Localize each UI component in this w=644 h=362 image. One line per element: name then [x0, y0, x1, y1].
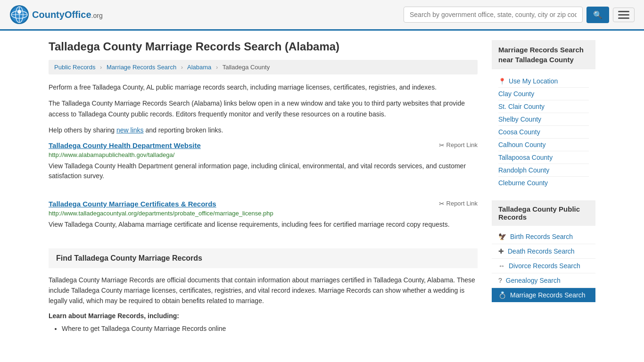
coosa-county-link[interactable]: Coosa County: [498, 128, 540, 136]
report-link-2[interactable]: ✂ Report Link: [439, 200, 478, 207]
learn-title: Learn about Marriage Records, including:: [49, 312, 478, 320]
sidebar-item-cleburne-county[interactable]: Cleburne County: [498, 177, 589, 189]
sidebar-item-coosa-county[interactable]: Coosa County: [498, 126, 589, 139]
bullet-list: Where to get Talladega County Marriage R…: [62, 323, 478, 335]
pr-genealogy-search[interactable]: ? Genealogy Search: [492, 273, 595, 288]
sidebar-item-clay-county[interactable]: Clay County: [498, 88, 589, 100]
death-records-link[interactable]: Death Records Search: [508, 247, 575, 255]
description-2: The Talladega County Marriage Records Se…: [49, 98, 478, 119]
breadcrumb-sep-1: ›: [100, 64, 102, 71]
search-input[interactable]: [404, 7, 583, 23]
pr-marriage-records[interactable]: 💍 Marriage Records Search: [492, 288, 595, 302]
breadcrumb-sep-2: ›: [181, 64, 183, 71]
sidebar-item-st-clair-county[interactable]: St. Clair County: [498, 100, 589, 113]
sidebar-item-tallapoosa-county[interactable]: Tallapoosa County: [498, 151, 589, 164]
cleburne-county-link[interactable]: Cleburne County: [498, 179, 548, 187]
content-area: Talladega County Marriage Records Search…: [49, 40, 478, 335]
record-url-1: http://www.alabamapublichealth.gov/talla…: [49, 151, 478, 158]
report-link-label-2: Report Link: [446, 200, 478, 207]
divorce-icon: ↔: [498, 262, 505, 270]
shelby-county-link[interactable]: Shelby County: [498, 115, 541, 123]
logo-area: CountyOffice.org: [9, 5, 103, 25]
clay-county-link[interactable]: Clay County: [498, 90, 534, 98]
new-links-link[interactable]: new links: [116, 126, 144, 134]
main-container: Talladega County Marriage Records Search…: [39, 31, 605, 344]
record-desc-2: View Talladega County, Alabama marriage …: [49, 220, 478, 230]
sidebar-use-my-location[interactable]: 📍 Use My Location: [498, 75, 589, 88]
hamburger-icon: [618, 11, 629, 19]
randolph-county-link[interactable]: Randolph County: [498, 166, 549, 174]
desc3-post: and reporting broken links.: [144, 126, 223, 134]
calhoun-county-link[interactable]: Calhoun County: [498, 141, 545, 148]
sidebar: Marriage Records Search near Talladega C…: [492, 40, 595, 335]
breadcrumb-alabama[interactable]: Alabama: [187, 64, 211, 71]
pr-birth-records[interactable]: 🦅 Birth Records Search: [492, 230, 595, 244]
report-link-label-1: Report Link: [446, 141, 478, 148]
divorce-records-link[interactable]: Divorce Records Search: [509, 262, 580, 270]
find-body-text: Talladega County Marriage Records are of…: [49, 275, 478, 306]
page-title: Talladega County Marriage Records Search…: [49, 40, 478, 53]
sidebar-public-records-title: Talladega County Public Records: [498, 205, 589, 221]
breadcrumb-public-records[interactable]: Public Records: [54, 64, 95, 71]
search-icon: 🔍: [593, 11, 603, 19]
marriage-records-link[interactable]: Marriage Records Search: [510, 291, 586, 299]
bullet-item-1: Where to get Talladega County Marriage R…: [62, 323, 478, 335]
sidebar-item-shelby-county[interactable]: Shelby County: [498, 113, 589, 126]
use-my-location-link[interactable]: Use My Location: [509, 77, 558, 85]
svg-point-6: [17, 10, 21, 14]
st-clair-county-link[interactable]: St. Clair County: [498, 103, 545, 110]
genealogy-link[interactable]: Genealogy Search: [506, 277, 561, 284]
record-title-1[interactable]: Talladega County Health Department Websi…: [49, 141, 201, 149]
marriage-icon: 💍: [498, 291, 506, 299]
logo-text: CountyOffice.org: [32, 9, 103, 20]
record-url-2: http://www.talladegacountyal.org/departm…: [49, 210, 478, 217]
sidebar-item-calhoun-county[interactable]: Calhoun County: [498, 139, 589, 151]
genealogy-icon: ?: [498, 277, 502, 284]
record-item-1: Talladega County Health Department Websi…: [49, 141, 478, 189]
record-desc-1: View Talladega County Health Department …: [49, 161, 478, 181]
description-3: Help others by sharing new links and rep…: [49, 125, 478, 135]
sidebar-public-records-section: Talladega County Public Records: [492, 200, 595, 226]
breadcrumb: Public Records › Marriage Records Search…: [49, 60, 478, 74]
record-header-1: Talladega County Health Department Websi…: [49, 141, 478, 149]
sidebar-item-randolph-county[interactable]: Randolph County: [498, 164, 589, 177]
sidebar-nearby-links: 📍 Use My Location Clay County St. Clair …: [492, 71, 595, 193]
sidebar-nearby-section: Marriage Records Search near Talladega C…: [492, 40, 595, 69]
search-area: 🔍: [404, 7, 635, 23]
report-link-1[interactable]: ✂ Report Link: [439, 141, 478, 149]
find-section-box: Find Talladega County Marriage Records: [49, 248, 478, 268]
record-header-2: Talladega County Marriage Certificates &…: [49, 200, 478, 208]
scissors-icon-2: ✂: [439, 200, 445, 207]
header: CountyOffice.org 🔍: [0, 0, 644, 31]
breadcrumb-marriage-records-search[interactable]: Marriage Records Search: [107, 64, 176, 71]
description-1: Perform a free Talladega County, AL publ…: [49, 82, 478, 92]
birth-records-link[interactable]: Birth Records Search: [510, 233, 573, 240]
logo-icon: [9, 5, 29, 25]
desc3-pre: Help others by sharing: [49, 126, 116, 134]
death-icon: ✚: [498, 247, 504, 255]
tallapoosa-county-link[interactable]: Tallapoosa County: [498, 154, 553, 161]
pr-divorce-records[interactable]: ↔ Divorce Records Search: [492, 259, 595, 273]
record-item-2: Talladega County Marriage Certificates &…: [49, 200, 478, 237]
scissors-icon: ✂: [439, 141, 445, 149]
find-section-title: Find Talladega County Marriage Records: [56, 254, 202, 262]
breadcrumb-current: Talladega County: [223, 64, 270, 71]
birth-icon: 🦅: [498, 233, 506, 240]
menu-button[interactable]: [613, 8, 635, 22]
sidebar-public-records-links: 🦅 Birth Records Search ✚ Death Records S…: [492, 228, 595, 304]
search-button[interactable]: 🔍: [586, 7, 609, 23]
breadcrumb-sep-3: ›: [216, 64, 218, 71]
pr-death-records[interactable]: ✚ Death Records Search: [492, 244, 595, 259]
location-icon: 📍: [498, 78, 506, 85]
record-title-2[interactable]: Talladega County Marriage Certificates &…: [49, 200, 216, 208]
sidebar-nearby-title: Marriage Records Search near Talladega C…: [498, 45, 589, 65]
